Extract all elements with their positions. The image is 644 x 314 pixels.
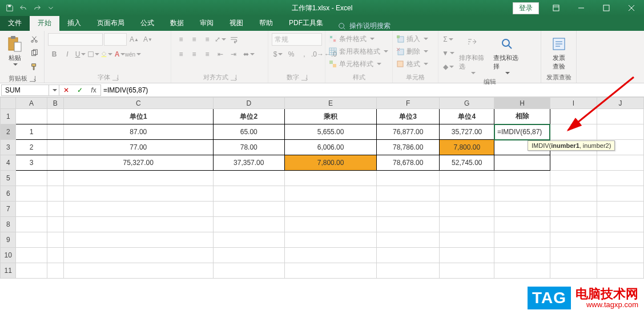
cell-J4[interactable] [597,155,643,171]
accounting-format-icon[interactable]: $ [272,48,284,61]
decrease-font-icon[interactable]: A▼ [142,33,154,46]
phonetic-button[interactable]: wén [127,48,139,61]
name-box-dropdown[interactable] [49,84,59,96]
cell-F4[interactable]: 78,678.00 [377,155,440,171]
cell-C4[interactable]: 75,327.00 [63,155,213,171]
cell-A5[interactable] [16,171,47,186]
cell-E2[interactable]: 5,655.00 [284,124,376,140]
tab-home[interactable]: 开始 [30,16,59,31]
cell-I10[interactable] [550,248,597,263]
row-header-4[interactable]: 4 [1,155,16,171]
find-select-button[interactable]: 查找和选择 [491,33,523,77]
cell-A3[interactable]: 2 [16,140,47,155]
cell-I1[interactable] [550,109,597,124]
cell-G8[interactable] [440,217,494,232]
cell-B7[interactable] [47,202,63,217]
cell-H4[interactable] [494,155,550,171]
alignment-dialog-launcher[interactable] [231,75,236,80]
cell-I9[interactable] [550,232,597,248]
cell-E4[interactable]: 7,800.00 [284,155,376,171]
increase-decimal-icon[interactable]: .0→ [311,48,324,61]
autosum-icon[interactable]: Σ [442,33,454,46]
cell-F9[interactable] [377,232,440,248]
cell-E3[interactable]: 6,006.00 [284,140,376,155]
row-header-6[interactable]: 6 [1,186,16,202]
cell-F7[interactable] [377,202,440,217]
format-painter-icon[interactable] [28,61,41,73]
cell-B10[interactable] [47,248,63,263]
cell-J5[interactable] [597,171,643,186]
orientation-icon[interactable]: ⤢ [214,33,227,46]
insert-function-icon[interactable]: fx [87,85,100,95]
tab-help[interactable]: 帮助 [251,16,281,31]
cell-C7[interactable] [63,202,213,217]
row-header-7[interactable]: 7 [1,202,16,217]
cell-H7[interactable] [494,202,550,217]
increase-font-icon[interactable]: A▲ [128,33,140,46]
delete-cells-button[interactable]: 删除 [396,46,428,57]
row-header-9[interactable]: 9 [1,232,16,248]
format-as-table-button[interactable]: 套用表格格式 [329,46,388,57]
cell-E6[interactable] [284,186,376,202]
cell-J6[interactable] [597,186,643,202]
cell-C9[interactable] [63,232,213,248]
cell-A7[interactable] [16,202,47,217]
column-header-H[interactable]: H [494,98,550,109]
font-size-select[interactable] [104,33,127,46]
cell-D3[interactable]: 78.00 [213,140,284,155]
cell-F11[interactable] [377,263,440,279]
cell-G4[interactable]: 52,745.00 [440,155,494,171]
cell-H10[interactable] [494,248,550,263]
cell-B11[interactable] [47,263,63,279]
tab-data[interactable]: 数据 [162,16,192,31]
row-header-3[interactable]: 3 [1,140,16,155]
cell-G7[interactable] [440,202,494,217]
cell-C10[interactable] [63,248,213,263]
merge-center-button[interactable]: ⬌ [240,48,257,61]
cell-A10[interactable] [16,248,47,263]
cell-D4[interactable]: 37,357.00 [213,155,284,171]
bold-button[interactable]: B [48,48,61,61]
align-center-icon[interactable]: ≡ [188,48,200,61]
row-header-5[interactable]: 5 [1,171,16,186]
tab-file[interactable]: 文件 [0,16,30,31]
cell-E9[interactable] [284,232,376,248]
cell-H9[interactable] [494,232,550,248]
font-dialog-launcher[interactable] [112,75,118,80]
cell-G5[interactable] [440,171,494,186]
copy-icon[interactable] [28,47,41,59]
cell-D11[interactable] [213,263,284,279]
cell-G6[interactable] [440,186,494,202]
cell-A9[interactable] [16,232,47,248]
tab-view[interactable]: 视图 [222,16,251,31]
cell-C2[interactable]: 87.00 [63,124,213,140]
italic-button[interactable]: I [61,48,74,61]
tab-insert[interactable]: 插入 [59,16,89,31]
enter-formula-icon[interactable]: ✓ [73,85,87,95]
column-header-I[interactable]: I [550,98,597,109]
cell-J7[interactable] [597,202,643,217]
cell-G1[interactable]: 单位4 [440,109,494,124]
column-header-F[interactable]: F [377,98,440,109]
maximize-icon[interactable] [594,0,619,16]
cell-G3[interactable]: 7,800.00 [440,140,494,155]
cell-H11[interactable] [494,263,550,279]
cell-I8[interactable] [550,217,597,232]
cell-J9[interactable] [597,232,643,248]
cell-A8[interactable] [16,217,47,232]
cell-H1[interactable]: 相除 [494,109,550,124]
row-header-8[interactable]: 8 [1,217,16,232]
cell-A4[interactable]: 3 [16,155,47,171]
cell-I2[interactable] [550,124,597,140]
cell-J10[interactable] [597,248,643,263]
cell-C6[interactable] [63,186,213,202]
cell-D6[interactable] [213,186,284,202]
cell-D10[interactable] [213,248,284,263]
cell-I4[interactable] [550,155,597,171]
redo-icon[interactable] [31,2,43,14]
cell-F6[interactable] [377,186,440,202]
tab-formulas[interactable]: 公式 [132,16,162,31]
formula-bar[interactable] [101,84,644,96]
cell-A6[interactable] [16,186,47,202]
cell-F8[interactable] [377,217,440,232]
